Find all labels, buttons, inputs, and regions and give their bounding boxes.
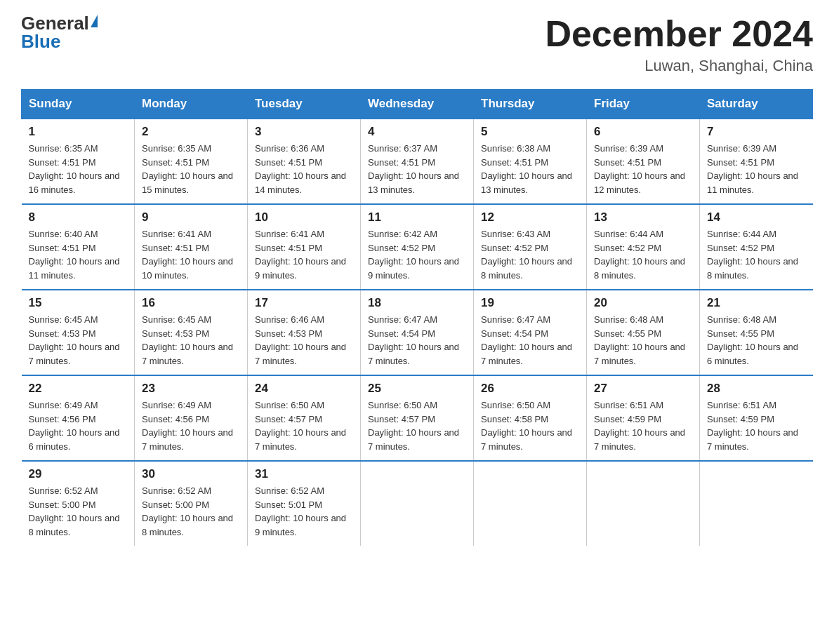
calendar-day-cell: 6 Sunrise: 6:39 AMSunset: 4:51 PMDayligh… xyxy=(587,119,700,204)
day-number: 29 xyxy=(29,467,128,481)
weekday-header-monday: Monday xyxy=(135,90,248,119)
day-info: Sunrise: 6:35 AMSunset: 4:51 PMDaylight:… xyxy=(29,142,128,196)
day-number: 17 xyxy=(255,296,353,310)
day-info: Sunrise: 6:52 AMSunset: 5:00 PMDaylight:… xyxy=(29,484,128,539)
calendar-day-cell: 4 Sunrise: 6:37 AMSunset: 4:51 PMDayligh… xyxy=(361,119,474,204)
calendar-day-cell: 20 Sunrise: 6:48 AMSunset: 4:55 PMDaylig… xyxy=(587,290,700,375)
logo-triangle-icon xyxy=(91,15,98,27)
day-info: Sunrise: 6:40 AMSunset: 4:51 PMDaylight:… xyxy=(29,227,128,282)
day-info: Sunrise: 6:38 AMSunset: 4:51 PMDaylight:… xyxy=(481,142,579,196)
day-number: 7 xyxy=(707,125,806,139)
day-info: Sunrise: 6:45 AMSunset: 4:53 PMDaylight:… xyxy=(29,313,128,368)
weekday-header-thursday: Thursday xyxy=(474,90,587,119)
weekday-header-friday: Friday xyxy=(587,90,700,119)
day-info: Sunrise: 6:37 AMSunset: 4:51 PMDaylight:… xyxy=(368,142,466,196)
day-info: Sunrise: 6:49 AMSunset: 4:56 PMDaylight:… xyxy=(29,398,128,453)
weekday-header-wednesday: Wednesday xyxy=(361,90,474,119)
month-title: December 2024 xyxy=(545,14,813,54)
day-number: 26 xyxy=(481,382,579,396)
calendar-day-cell: 9 Sunrise: 6:41 AMSunset: 4:51 PMDayligh… xyxy=(135,204,248,290)
weekday-header-saturday: Saturday xyxy=(700,90,813,119)
calendar-day-cell: 23 Sunrise: 6:49 AMSunset: 4:56 PMDaylig… xyxy=(135,375,248,461)
logo-blue-text: Blue xyxy=(21,32,60,51)
day-info: Sunrise: 6:42 AMSunset: 4:52 PMDaylight:… xyxy=(368,227,466,282)
day-number: 6 xyxy=(594,125,692,139)
calendar-table: SundayMondayTuesdayWednesdayThursdayFrid… xyxy=(21,89,813,546)
calendar-day-cell: 31 Sunrise: 6:52 AMSunset: 5:01 PMDaylig… xyxy=(248,461,361,546)
calendar-week-row: 15 Sunrise: 6:45 AMSunset: 4:53 PMDaylig… xyxy=(22,290,813,375)
calendar-day-cell: 22 Sunrise: 6:49 AMSunset: 4:56 PMDaylig… xyxy=(22,375,135,461)
day-number: 2 xyxy=(142,125,240,139)
calendar-day-cell: 14 Sunrise: 6:44 AMSunset: 4:52 PMDaylig… xyxy=(700,204,813,290)
day-number: 31 xyxy=(255,467,353,481)
calendar-day-cell xyxy=(587,461,700,546)
calendar-day-cell: 18 Sunrise: 6:47 AMSunset: 4:54 PMDaylig… xyxy=(361,290,474,375)
day-info: Sunrise: 6:43 AMSunset: 4:52 PMDaylight:… xyxy=(481,227,579,282)
day-info: Sunrise: 6:48 AMSunset: 4:55 PMDaylight:… xyxy=(594,313,692,368)
calendar-day-cell: 27 Sunrise: 6:51 AMSunset: 4:59 PMDaylig… xyxy=(587,375,700,461)
day-info: Sunrise: 6:44 AMSunset: 4:52 PMDaylight:… xyxy=(707,227,806,282)
calendar-day-cell xyxy=(474,461,587,546)
logo-general-text: General xyxy=(21,14,89,32)
calendar-day-cell: 7 Sunrise: 6:39 AMSunset: 4:51 PMDayligh… xyxy=(700,119,813,204)
day-info: Sunrise: 6:45 AMSunset: 4:53 PMDaylight:… xyxy=(142,313,240,368)
day-number: 1 xyxy=(29,125,128,139)
day-number: 20 xyxy=(594,296,692,310)
day-number: 22 xyxy=(29,382,128,396)
calendar-day-cell: 25 Sunrise: 6:50 AMSunset: 4:57 PMDaylig… xyxy=(361,375,474,461)
day-number: 25 xyxy=(368,382,466,396)
calendar-day-cell: 15 Sunrise: 6:45 AMSunset: 4:53 PMDaylig… xyxy=(22,290,135,375)
day-info: Sunrise: 6:47 AMSunset: 4:54 PMDaylight:… xyxy=(481,313,579,368)
page-header: General Blue December 2024 Luwan, Shangh… xyxy=(21,14,813,75)
day-number: 11 xyxy=(368,210,466,224)
calendar-week-row: 22 Sunrise: 6:49 AMSunset: 4:56 PMDaylig… xyxy=(22,375,813,461)
day-number: 3 xyxy=(255,125,353,139)
day-info: Sunrise: 6:51 AMSunset: 4:59 PMDaylight:… xyxy=(594,398,692,453)
day-info: Sunrise: 6:47 AMSunset: 4:54 PMDaylight:… xyxy=(368,313,466,368)
calendar-day-cell: 13 Sunrise: 6:44 AMSunset: 4:52 PMDaylig… xyxy=(587,204,700,290)
calendar-day-cell: 26 Sunrise: 6:50 AMSunset: 4:58 PMDaylig… xyxy=(474,375,587,461)
day-info: Sunrise: 6:41 AMSunset: 4:51 PMDaylight:… xyxy=(255,227,353,282)
calendar-week-row: 1 Sunrise: 6:35 AMSunset: 4:51 PMDayligh… xyxy=(22,119,813,204)
day-info: Sunrise: 6:52 AMSunset: 5:00 PMDaylight:… xyxy=(142,484,240,539)
calendar-day-cell: 11 Sunrise: 6:42 AMSunset: 4:52 PMDaylig… xyxy=(361,204,474,290)
day-number: 30 xyxy=(142,467,240,481)
day-info: Sunrise: 6:36 AMSunset: 4:51 PMDaylight:… xyxy=(255,142,353,196)
day-number: 14 xyxy=(707,210,806,224)
day-number: 4 xyxy=(368,125,466,139)
day-number: 27 xyxy=(594,382,692,396)
calendar-day-cell: 28 Sunrise: 6:51 AMSunset: 4:59 PMDaylig… xyxy=(700,375,813,461)
day-number: 16 xyxy=(142,296,240,310)
day-number: 9 xyxy=(142,210,240,224)
day-info: Sunrise: 6:41 AMSunset: 4:51 PMDaylight:… xyxy=(142,227,240,282)
weekday-header-row: SundayMondayTuesdayWednesdayThursdayFrid… xyxy=(22,90,813,119)
day-number: 28 xyxy=(707,382,806,396)
day-info: Sunrise: 6:48 AMSunset: 4:55 PMDaylight:… xyxy=(707,313,806,368)
day-info: Sunrise: 6:39 AMSunset: 4:51 PMDaylight:… xyxy=(594,142,692,196)
calendar-day-cell: 16 Sunrise: 6:45 AMSunset: 4:53 PMDaylig… xyxy=(135,290,248,375)
day-number: 18 xyxy=(368,296,466,310)
day-info: Sunrise: 6:50 AMSunset: 4:58 PMDaylight:… xyxy=(481,398,579,453)
location-title: Luwan, Shanghai, China xyxy=(545,57,813,75)
weekday-header-sunday: Sunday xyxy=(22,90,135,119)
day-number: 8 xyxy=(29,210,128,224)
day-number: 24 xyxy=(255,382,353,396)
calendar-day-cell: 12 Sunrise: 6:43 AMSunset: 4:52 PMDaylig… xyxy=(474,204,587,290)
day-info: Sunrise: 6:39 AMSunset: 4:51 PMDaylight:… xyxy=(707,142,806,196)
calendar-week-row: 8 Sunrise: 6:40 AMSunset: 4:51 PMDayligh… xyxy=(22,204,813,290)
day-info: Sunrise: 6:46 AMSunset: 4:53 PMDaylight:… xyxy=(255,313,353,368)
day-info: Sunrise: 6:35 AMSunset: 4:51 PMDaylight:… xyxy=(142,142,240,196)
day-number: 5 xyxy=(481,125,579,139)
calendar-day-cell: 8 Sunrise: 6:40 AMSunset: 4:51 PMDayligh… xyxy=(22,204,135,290)
calendar-day-cell xyxy=(700,461,813,546)
day-number: 10 xyxy=(255,210,353,224)
day-info: Sunrise: 6:49 AMSunset: 4:56 PMDaylight:… xyxy=(142,398,240,453)
day-number: 13 xyxy=(594,210,692,224)
weekday-header-tuesday: Tuesday xyxy=(248,90,361,119)
day-number: 23 xyxy=(142,382,240,396)
calendar-day-cell: 19 Sunrise: 6:47 AMSunset: 4:54 PMDaylig… xyxy=(474,290,587,375)
calendar-day-cell: 24 Sunrise: 6:50 AMSunset: 4:57 PMDaylig… xyxy=(248,375,361,461)
calendar-day-cell: 5 Sunrise: 6:38 AMSunset: 4:51 PMDayligh… xyxy=(474,119,587,204)
day-number: 12 xyxy=(481,210,579,224)
logo: General Blue xyxy=(21,14,98,51)
